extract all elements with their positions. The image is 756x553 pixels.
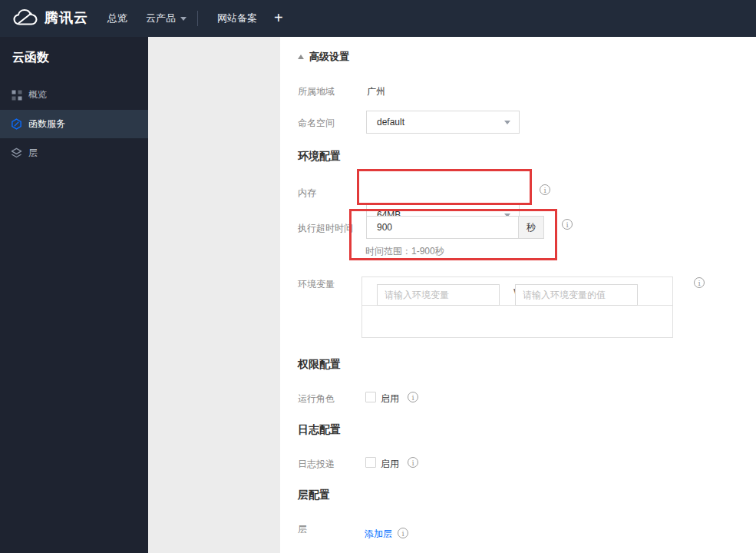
region-value: 广州	[367, 85, 385, 98]
region-label: 所属地域	[298, 85, 335, 98]
nav-item-icp-filing[interactable]: 网站备案	[217, 0, 257, 37]
add-layer-link[interactable]: 添加层	[365, 528, 392, 541]
grid-icon	[11, 89, 22, 101]
layers-icon	[11, 147, 22, 159]
run-role-enable-label: 启用	[381, 392, 399, 406]
cloud-logo-icon	[12, 8, 38, 28]
sidebar-product-title: 云函数	[12, 50, 49, 66]
environment-config-heading: 环境配置	[298, 150, 341, 164]
env-var-value-input[interactable]	[515, 284, 638, 306]
permission-config-heading: 权限配置	[298, 358, 341, 372]
timeout-input-group: 秒	[366, 216, 544, 239]
run-role-label: 运行角色	[298, 392, 335, 406]
timeout-input[interactable]	[367, 217, 518, 238]
secondary-panel-background	[148, 37, 280, 553]
sidebar-item-label: 层	[28, 147, 38, 160]
sidebar-item-layers[interactable]: 层	[0, 139, 148, 167]
run-role-info-icon[interactable]	[408, 392, 418, 402]
layer-label: 层	[298, 523, 307, 536]
chevron-down-icon	[504, 121, 510, 124]
sidebar-item-function-service[interactable]: 函数服务	[0, 110, 148, 138]
nav-item-overview[interactable]: 总览	[107, 0, 127, 37]
layer-config-heading: 层配置	[298, 488, 330, 502]
tencent-cloud-logo[interactable]: 腾讯云	[12, 8, 88, 28]
env-vars-info-icon[interactable]	[694, 277, 705, 288]
log-delivery-info-icon[interactable]	[408, 457, 418, 468]
sidebar: 云函数 概览 函数服务 层	[0, 37, 148, 553]
advanced-settings-toggle[interactable]: 高级设置	[298, 50, 349, 64]
log-config-heading: 日志配置	[298, 423, 341, 437]
brand-name: 腾讯云	[45, 8, 88, 27]
namespace-label: 命名空间	[298, 117, 335, 130]
nav-divider	[197, 11, 198, 26]
sidebar-item-overview[interactable]: 概览	[0, 81, 148, 109]
timeout-label: 执行超时时间	[298, 222, 353, 235]
timeout-range-hint: 时间范围：1-900秒	[365, 245, 444, 258]
memory-label: 内存	[298, 187, 316, 200]
namespace-select[interactable]: default	[366, 111, 520, 134]
triangle-up-icon	[298, 55, 304, 59]
annotation-box-memory	[357, 169, 532, 205]
scf-hexagon-icon	[11, 118, 22, 130]
log-delivery-enable-label: 启用	[381, 458, 399, 471]
add-layer-info-icon[interactable]	[398, 528, 408, 538]
run-role-checkbox[interactable]	[365, 392, 376, 402]
memory-info-icon[interactable]	[540, 184, 550, 195]
chevron-down-icon	[180, 17, 187, 21]
log-delivery-label: 日志投递	[298, 458, 335, 471]
log-delivery-checkbox[interactable]	[365, 457, 376, 468]
env-vars-label: 环境变量	[298, 278, 335, 291]
sidebar-item-label: 函数服务	[28, 118, 65, 131]
nav-add-tab-button[interactable]: +	[274, 0, 283, 37]
timeout-unit-suffix: 秒	[518, 217, 543, 238]
nav-item-cloud-products[interactable]: 云产品	[146, 0, 187, 37]
sidebar-item-label: 概览	[28, 88, 47, 101]
env-var-key-input[interactable]	[377, 284, 500, 306]
timeout-info-icon[interactable]	[562, 219, 573, 230]
env-vars-table: key value	[361, 276, 673, 338]
top-navbar: 腾讯云 总览 云产品 网站备案 +	[0, 0, 756, 37]
function-config-panel: 高级设置 所属地域 广州 命名空间 default 环境配置 内存 64MB 执…	[280, 37, 756, 553]
